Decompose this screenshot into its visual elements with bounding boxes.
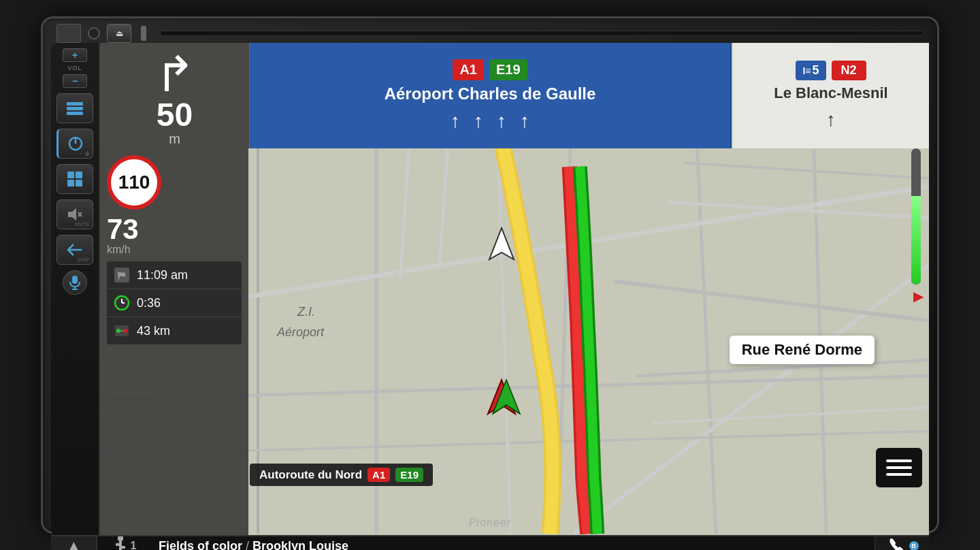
- svg-rect-6: [76, 172, 82, 178]
- highway-destination: Aéroport Charles de Gaulle: [385, 84, 596, 103]
- vol-up-button[interactable]: +: [63, 48, 87, 62]
- remaining-time: 0:36: [137, 296, 161, 310]
- vehicle-arrow: [481, 376, 522, 420]
- remaining-time-row: 0:36: [107, 289, 242, 317]
- distance-icon: [112, 321, 131, 340]
- svg-point-40: [116, 329, 120, 333]
- compass-arrow: ▶: [913, 288, 924, 304]
- alt-route-panel: I≡5 N2 Le Blanc-Mesnil ↑: [732, 43, 929, 148]
- top-button-1[interactable]: [56, 24, 81, 43]
- nav-screen[interactable]: Z.I. Aéroport ↱ 50 m A1 E19 Aéroport Cha…: [100, 43, 929, 535]
- alt-destination: Le Blanc-Mesnil: [774, 84, 887, 102]
- trip-info-boxes: 🏁 11:09 am 0:36: [107, 261, 242, 344]
- usb-number: 1: [131, 540, 137, 550]
- speed-bar: [911, 148, 921, 285]
- svg-marker-9: [68, 208, 76, 221]
- top-bar: ⏏: [51, 24, 929, 43]
- street-label: Rue René Dorme: [730, 336, 875, 364]
- top-circle-btn[interactable]: [88, 27, 100, 39]
- badge-a1: A1: [453, 59, 484, 80]
- cd-indicator: [141, 26, 146, 41]
- svg-rect-5: [67, 172, 74, 178]
- speed-unit: km/h: [107, 244, 139, 256]
- current-speed: 73: [107, 215, 139, 244]
- phone-button[interactable]: B: [875, 536, 929, 550]
- timer-icon: [112, 293, 131, 312]
- vol-down-button[interactable]: −: [63, 74, 87, 88]
- mic-button[interactable]: [63, 270, 87, 295]
- map-label-aeroport: Aéroport: [277, 325, 324, 340]
- distance-unit: m: [169, 131, 180, 147]
- bluetooth-indicator: B: [909, 541, 919, 550]
- track-name: Fields of color: [159, 539, 242, 550]
- svg-rect-7: [67, 180, 74, 187]
- track-info: Fields of color / Brooklyn Louise: [152, 539, 875, 550]
- highway-direction-arrows: ↑ ↑ ↑ ↑: [451, 110, 529, 132]
- bottom-bar: ▲ 1 Fields of color / Brooklyn Louise B: [51, 535, 929, 550]
- remaining-distance: 43 km: [137, 324, 170, 338]
- mode-icon: [65, 100, 84, 116]
- svg-rect-52: [121, 546, 125, 549]
- pioneer-logo: Pioneer: [469, 517, 511, 529]
- artist-name: Brooklyn Louise: [252, 539, 348, 550]
- speed-info: 110 73 km/h: [107, 155, 242, 256]
- svg-rect-49: [118, 536, 123, 540]
- alt-direction-arrow: ↑: [826, 109, 836, 131]
- left-info-panel: 110 73 km/h 🏁 11:09 am: [100, 148, 248, 535]
- map-label-zi: Z.I.: [297, 305, 315, 319]
- nav-top-panels: ↱ 50 m A1 E19 Aéroport Charles de Gaulle…: [100, 43, 929, 148]
- eject-bottom-button[interactable]: ▲: [51, 536, 97, 550]
- power-button[interactable]: ←⏻: [56, 129, 93, 159]
- highway-badges: A1 E19: [453, 59, 527, 80]
- back-icon: [67, 243, 83, 257]
- mic-icon: [69, 275, 81, 290]
- mute-icon: [67, 206, 83, 223]
- direction-panel: ↱ 50 m: [100, 43, 250, 148]
- turn-arrow: ↱: [154, 50, 195, 99]
- svg-rect-13: [72, 276, 78, 284]
- speed-limit-sign: 110: [107, 155, 161, 210]
- usb-indicator: 1: [97, 536, 152, 550]
- route-badge-e19: E19: [395, 468, 423, 482]
- badge-e19: E19: [489, 59, 527, 80]
- volume-section: + VOL −: [63, 48, 87, 88]
- arrival-time-row: 🏁 11:09 am: [107, 261, 242, 289]
- back-button[interactable]: DISP: [56, 235, 93, 265]
- phone-icon: [886, 536, 905, 550]
- svg-rect-8: [76, 180, 82, 187]
- left-panel: + VOL − ←⏻: [51, 43, 100, 535]
- speed-bar-fill: [911, 196, 921, 285]
- badge-n2: N2: [832, 61, 866, 80]
- distance-value: 50: [157, 99, 193, 131]
- arrival-time: 11:09 am: [137, 268, 188, 282]
- mode-button[interactable]: [56, 93, 93, 123]
- power-icon: [67, 135, 84, 152]
- mute-button[interactable]: MUTE: [56, 199, 93, 229]
- svg-rect-1: [67, 107, 83, 110]
- svg-rect-0: [67, 102, 83, 106]
- pioneer-device: ⏏ + VOL −: [41, 16, 939, 534]
- nav-arrow-up: [488, 227, 515, 263]
- cd-slot: [160, 31, 924, 36]
- remaining-dist-row: 43 km: [107, 317, 242, 344]
- route-label: Autoroute du Nord A1 E19: [250, 464, 433, 486]
- clock-icon: 🏁: [112, 265, 131, 285]
- main-content: + VOL − ←⏻: [51, 43, 929, 535]
- svg-rect-2: [67, 112, 83, 115]
- badge-ik5: I≡5: [796, 61, 826, 80]
- vol-label: VOL: [67, 65, 82, 71]
- svg-rect-51: [116, 543, 120, 546]
- highway-panel: A1 E19 Aéroport Charles de Gaulle ↑ ↑ ↑ …: [250, 43, 732, 148]
- grid-icon: [66, 170, 84, 188]
- grid-button[interactable]: [56, 164, 93, 194]
- svg-point-41: [123, 329, 127, 333]
- menu-button[interactable]: [876, 448, 922, 487]
- eject-button[interactable]: ⏏: [107, 24, 131, 43]
- svg-marker-43: [489, 228, 514, 259]
- route-badge-a1: A1: [368, 468, 390, 482]
- alt-badges: I≡5 N2: [796, 61, 866, 80]
- svg-text:🏁: 🏁: [117, 271, 127, 280]
- usb-icon: [113, 536, 128, 550]
